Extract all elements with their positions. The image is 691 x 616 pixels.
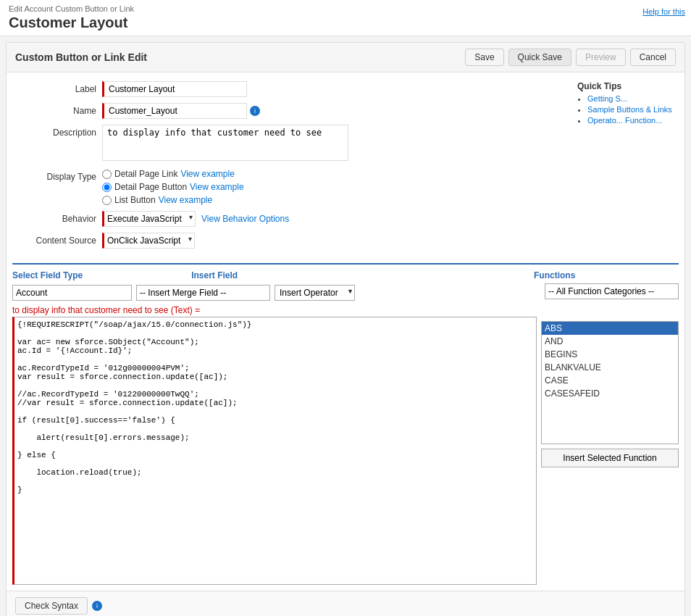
page-title: Customer Layout — [9, 14, 682, 31]
breadcrumb: Edit Account Custom Button or Link — [9, 4, 682, 13]
field-type-col: Select Field Type Insert Field — [12, 270, 295, 280]
help-link[interactable]: Help for this — [642, 7, 685, 16]
insert-field-label: Insert Field — [191, 270, 238, 280]
code-area: to display info that customer need to se… — [12, 305, 537, 585]
func-item-blankvalue[interactable]: BLANKVALUE — [542, 361, 678, 374]
view-behavior-link[interactable]: View Behavior Options — [201, 214, 289, 224]
quick-tips-item-3: Operato... Function... — [587, 116, 676, 125]
display-type-label: Display Type — [15, 169, 102, 182]
quick-tips-list: Getting S... Sample Buttons & Links Oper… — [577, 94, 676, 125]
select-field-type-label: Select Field Type — [12, 270, 83, 280]
lower-section: Select Field Type Insert Field Functions… — [7, 265, 684, 591]
top-header: Edit Account Custom Button or Link Custo… — [0, 0, 691, 36]
merge-field-select[interactable]: -- Insert Merge Field -- — [136, 285, 270, 301]
check-syntax-button[interactable]: Check Syntax — [15, 597, 88, 615]
main-container: Custom Button or Link Edit Save Quick Sa… — [6, 42, 685, 616]
check-syntax-info-icon[interactable]: i — [92, 601, 102, 611]
preview-button[interactable]: Preview — [576, 49, 626, 66]
form-area: Label Name i — [7, 72, 684, 263]
content-source-field: OnClick JavaScript — [102, 233, 560, 249]
radio-detail-link[interactable]: Detail Page Link View example — [102, 169, 560, 179]
save-button[interactable]: Save — [465, 49, 503, 66]
insert-operator-select[interactable]: Insert Operator — [275, 285, 355, 301]
radio-detail-link-input[interactable] — [102, 170, 112, 179]
quick-tips-link-1[interactable]: Getting S... — [587, 94, 627, 103]
name-field: i — [102, 103, 560, 119]
toolbar: Custom Button or Link Edit Save Quick Sa… — [7, 43, 684, 72]
quick-tips-item-2: Sample Buttons & Links — [587, 105, 676, 114]
form-left: Label Name i — [7, 81, 569, 254]
quick-tips-panel: Quick Tips Getting S... Sample Buttons &… — [569, 81, 684, 254]
func-item-abs[interactable]: ABS — [542, 322, 678, 335]
label-field-label: Label — [15, 81, 102, 94]
formula-label: to display info that customer need to se… — [12, 305, 537, 315]
label-input[interactable] — [102, 81, 247, 97]
label-row: Label — [15, 81, 560, 97]
functions-list-spacer — [541, 305, 679, 321]
function-categories-select[interactable]: -- All Function Categories -- — [545, 283, 679, 299]
content-source-select-wrap: OnClick JavaScript — [102, 233, 195, 249]
quick-tips-link-3[interactable]: Operato... Function... — [587, 116, 662, 125]
bottom-bar: Check Syntax i — [7, 591, 684, 616]
description-field-label: Description — [15, 125, 102, 138]
label-field — [102, 81, 560, 97]
name-field-label: Name — [15, 103, 102, 116]
quick-tips-link-2[interactable]: Sample Buttons & Links — [587, 105, 672, 114]
behavior-row: Behavior Execute JavaScript View Behavio… — [15, 211, 560, 227]
insert-operator-wrap: Insert Operator ▾ — [275, 285, 355, 301]
description-field: to display info that customer need to se… — [102, 125, 560, 163]
functions-list[interactable]: ABS AND BEGINS BLANKVALUE CASE CASESAFEI… — [541, 321, 679, 444]
functions-panel: -- All Function Categories -- — [545, 283, 679, 302]
radio-detail-button[interactable]: Detail Page Button View example — [102, 182, 560, 192]
code-functions-row: to display info that customer need to se… — [12, 305, 679, 585]
account-select[interactable]: Account — [12, 285, 132, 301]
func-item-casesafeid[interactable]: CASESAFEID — [542, 387, 678, 400]
functions-label: Functions — [534, 270, 575, 280]
display-type-row: Display Type Detail Page Link View examp… — [15, 169, 560, 205]
display-type-field: Detail Page Link View example Detail Pag… — [102, 169, 560, 205]
behavior-field: Execute JavaScript View Behavior Options — [102, 211, 560, 227]
lower-labels-row: Select Field Type Insert Field Functions — [12, 270, 679, 280]
behavior-select[interactable]: Execute JavaScript — [102, 211, 196, 227]
cancel-button[interactable]: Cancel — [630, 49, 676, 66]
name-info-icon[interactable]: i — [250, 106, 260, 116]
content-source-select[interactable]: OnClick JavaScript — [102, 233, 195, 249]
content-source-label: Content Source — [15, 233, 102, 246]
quick-save-button[interactable]: Quick Save — [508, 49, 571, 66]
name-row: Name i — [15, 103, 560, 119]
description-row: Description to display info that custome… — [15, 125, 560, 163]
radio-list-button-input[interactable] — [102, 196, 112, 205]
code-editor[interactable]: {!REQUIRESCRIPT("/soap/ajax/15.0/connect… — [12, 317, 537, 585]
description-textarea[interactable]: to display info that customer need to se… — [102, 125, 348, 161]
func-item-case[interactable]: CASE — [542, 374, 678, 387]
functions-list-panel: ABS AND BEGINS BLANKVALUE CASE CASESAFEI… — [541, 305, 679, 585]
insert-selected-function-button[interactable]: Insert Selected Function — [541, 449, 679, 467]
radio-list-button[interactable]: List Button View example — [102, 195, 560, 205]
toolbar-title: Custom Button or Link Edit — [15, 51, 461, 63]
detail-button-example[interactable]: View example — [190, 182, 243, 192]
detail-link-example[interactable]: View example — [180, 169, 234, 179]
radio-detail-button-input[interactable] — [102, 183, 112, 192]
name-input[interactable] — [102, 103, 247, 119]
quick-tips-title: Quick Tips — [577, 81, 676, 91]
select-controls-row: Account -- Insert Merge Field -- Insert … — [12, 283, 679, 302]
func-item-begins[interactable]: BEGINS — [542, 348, 678, 361]
functions-col: Functions — [534, 270, 679, 280]
behavior-label: Behavior — [15, 211, 102, 224]
col-headers: Select Field Type Insert Field — [12, 270, 295, 280]
behavior-select-wrap: Execute JavaScript — [102, 211, 196, 227]
list-button-example[interactable]: View example — [159, 195, 212, 205]
content-source-row: Content Source OnClick JavaScript — [15, 233, 560, 249]
func-item-and[interactable]: AND — [542, 335, 678, 348]
quick-tips-item-1: Getting S... — [587, 94, 676, 103]
